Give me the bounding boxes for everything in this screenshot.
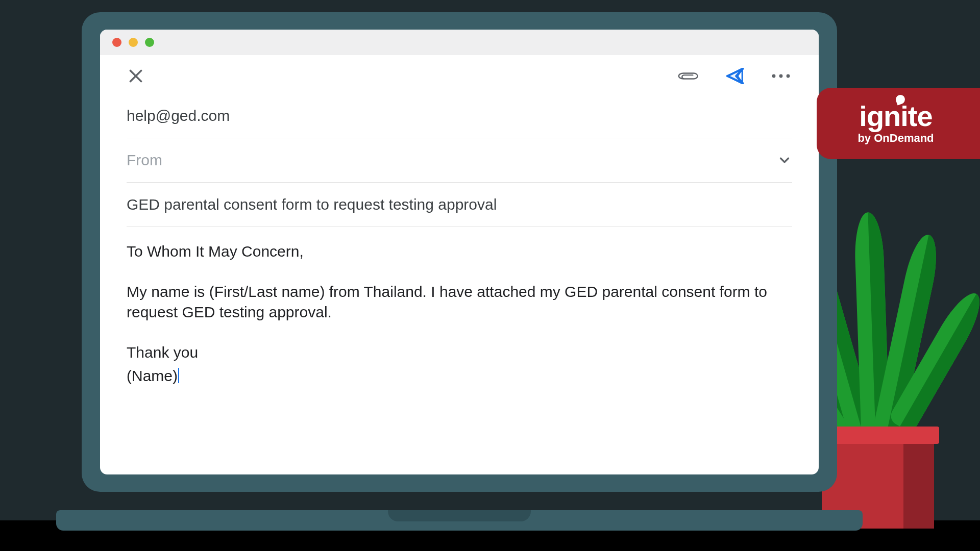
body-greeting: To Whom It May Concern, [127, 241, 792, 262]
compose-toolbar [100, 55, 819, 94]
body-paragraph: My name is (First/Last name) from Thaila… [127, 282, 792, 323]
from-label: From [127, 152, 162, 169]
text-cursor [178, 368, 179, 383]
more-icon[interactable] [770, 73, 792, 79]
subject-value: GED parental consent form to request tes… [127, 196, 497, 213]
email-body[interactable]: To Whom It May Concern, My name is (Firs… [100, 227, 819, 404]
chevron-down-icon[interactable] [777, 153, 792, 168]
window-minimize-dot[interactable] [129, 38, 138, 47]
svg-point-4 [779, 74, 783, 78]
svg-point-5 [787, 74, 790, 78]
to-value: help@ged.com [127, 107, 230, 124]
laptop-frame: help@ged.com From GED parental consent f… [82, 12, 837, 492]
badge-sub: by OnDemand [857, 132, 934, 145]
from-field[interactable]: From [127, 138, 792, 183]
laptop-base [56, 510, 863, 531]
window-zoom-dot[interactable] [145, 38, 154, 47]
send-icon[interactable] [724, 66, 746, 86]
body-closing: Thank you [127, 342, 792, 363]
ignite-badge: ignite by OnDemand [817, 88, 980, 159]
badge-brand: ignite [859, 102, 932, 131]
window-titlebar [100, 30, 819, 55]
subject-field[interactable]: GED parental consent form to request tes… [127, 183, 792, 227]
compose-fields: help@ged.com From GED parental consent f… [100, 94, 819, 227]
email-compose-window: help@ged.com From GED parental consent f… [100, 30, 819, 474]
laptop-notch [388, 510, 531, 521]
to-field[interactable]: help@ged.com [127, 94, 792, 138]
window-close-dot[interactable] [112, 38, 121, 47]
paperclip-icon[interactable] [678, 67, 700, 85]
close-icon[interactable] [127, 67, 145, 85]
body-signature: (Name) [127, 366, 792, 387]
svg-point-3 [772, 74, 776, 78]
